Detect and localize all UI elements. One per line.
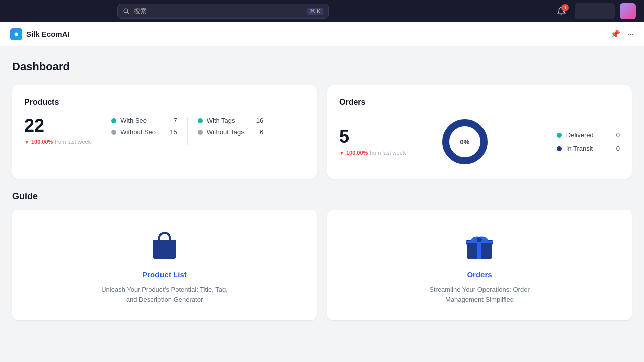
brand[interactable]: Silk EcomAI	[10, 28, 70, 40]
products-card: Products 22 ▼ 100.00% from last week Wit…	[12, 85, 317, 179]
svg-rect-6	[153, 240, 176, 245]
orders-card: Orders 5 ▼ 100.00% from last week	[327, 85, 632, 179]
in-transit-value: 0	[616, 145, 620, 152]
without-seo-item: Without Seo 15	[111, 128, 177, 136]
without-tags-dot	[198, 130, 203, 135]
search-placeholder: 搜索	[134, 7, 147, 16]
orders-change-label: from last week	[370, 150, 406, 156]
with-seo-dot	[111, 118, 116, 123]
orders-desc: Streamline Your Operations: Order Manage…	[414, 285, 545, 304]
products-stat-main: 22 ▼ 100.00% from last week	[24, 117, 91, 145]
products-change: ▼ 100.00% from last week	[24, 139, 91, 145]
delivered-label: Delivered	[566, 131, 606, 139]
without-seo-dot	[111, 130, 116, 135]
seo-stats: With Seo 7 Without Seo 15	[111, 117, 177, 136]
guide-orders-card[interactable]: Orders Streamline Your Operations: Order…	[327, 210, 632, 320]
orders-stat-main: 5 ▼ 100.00% from last week	[339, 128, 430, 156]
search-icon	[123, 8, 130, 15]
with-seo-item: With Seo 7	[111, 117, 177, 124]
without-tags-label: Without Tags	[207, 128, 252, 136]
with-seo-label: With Seo	[120, 117, 166, 124]
tags-stats: With Tags 16 Without Tags 6	[198, 117, 263, 136]
gift-icon	[463, 230, 496, 262]
in-transit-legend: In Transit 0	[557, 145, 620, 152]
page-title: Dashboard	[12, 60, 632, 73]
more-icon[interactable]: ···	[627, 30, 634, 39]
without-seo-label: Without Seo	[120, 128, 166, 136]
orders-total: 5	[339, 128, 430, 146]
without-tags-item: Without Tags 6	[198, 128, 263, 136]
svg-point-13	[477, 237, 482, 242]
guide-title: Guide	[12, 191, 632, 202]
products-change-label: from last week	[55, 139, 91, 145]
main-content: Dashboard Products 22 ▼ 100.00% from las…	[0, 46, 644, 334]
search-shortcut: ⌘ K	[307, 8, 323, 15]
product-list-link[interactable]: Product List	[142, 270, 187, 279]
with-tags-label: With Tags	[207, 117, 252, 124]
with-tags-dot	[198, 118, 203, 123]
topbar-right: 1	[553, 3, 636, 19]
avatar[interactable]	[620, 3, 636, 19]
without-tags-value: 6	[260, 128, 263, 136]
notification-badge: 1	[561, 4, 569, 11]
guide-cards: Product List Unleash Your Product's Pote…	[12, 210, 632, 320]
products-stat-row: 22 ▼ 100.00% from last week With Seo 7	[24, 117, 305, 145]
product-list-desc: Unleash Your Product's Potential: Title,…	[99, 285, 230, 304]
products-total: 22	[24, 117, 91, 135]
cards-row: Products 22 ▼ 100.00% from last week Wit…	[12, 85, 632, 179]
with-tags-value: 16	[256, 117, 263, 124]
brand-logo	[10, 28, 22, 40]
orders-down-arrow-icon: ▼	[339, 150, 344, 156]
orders-legend: Delivered 0 In Transit 0	[557, 131, 620, 152]
guide-section: Guide Product List Unleash Your Product'…	[12, 191, 632, 320]
donut-label: 0%	[460, 138, 470, 146]
down-arrow-icon: ▼	[24, 139, 29, 145]
subbar: Silk EcomAI 📌 ···	[0, 22, 644, 46]
orders-card-title: Orders	[339, 98, 620, 107]
orders-link[interactable]: Orders	[467, 270, 492, 279]
profile-button[interactable]	[575, 3, 615, 19]
notification-button[interactable]: 1	[553, 3, 570, 19]
search-bar[interactable]: 搜索 ⌘ K	[117, 4, 329, 19]
in-transit-label: In Transit	[566, 145, 606, 152]
delivered-legend: Delivered 0	[557, 131, 620, 139]
donut-chart: 0%	[440, 117, 490, 167]
shopping-bag-icon	[148, 230, 181, 262]
without-seo-value: 15	[170, 128, 177, 136]
brand-name: Silk EcomAI	[26, 30, 70, 38]
topbar: 搜索 ⌘ K 1	[0, 0, 644, 22]
pin-icon[interactable]: 📌	[610, 29, 620, 39]
in-transit-dot	[557, 146, 562, 151]
with-seo-value: 7	[174, 117, 177, 124]
products-change-pct: 100.00%	[31, 139, 53, 145]
products-card-title: Products	[24, 98, 305, 107]
svg-point-2	[15, 32, 18, 36]
subbar-actions: 📌 ···	[610, 29, 634, 39]
divider-tags	[187, 117, 188, 145]
svg-line-1	[127, 12, 129, 14]
orders-change: ▼ 100.00% from last week	[339, 150, 430, 156]
with-tags-item: With Tags 16	[198, 117, 263, 124]
divider-seo	[101, 117, 101, 145]
delivered-value: 0	[616, 131, 620, 139]
orders-inner: 5 ▼ 100.00% from last week 0%	[339, 117, 620, 167]
delivered-dot	[557, 133, 562, 138]
orders-change-pct: 100.00%	[346, 150, 368, 156]
guide-product-list-card[interactable]: Product List Unleash Your Product's Pote…	[12, 210, 317, 320]
